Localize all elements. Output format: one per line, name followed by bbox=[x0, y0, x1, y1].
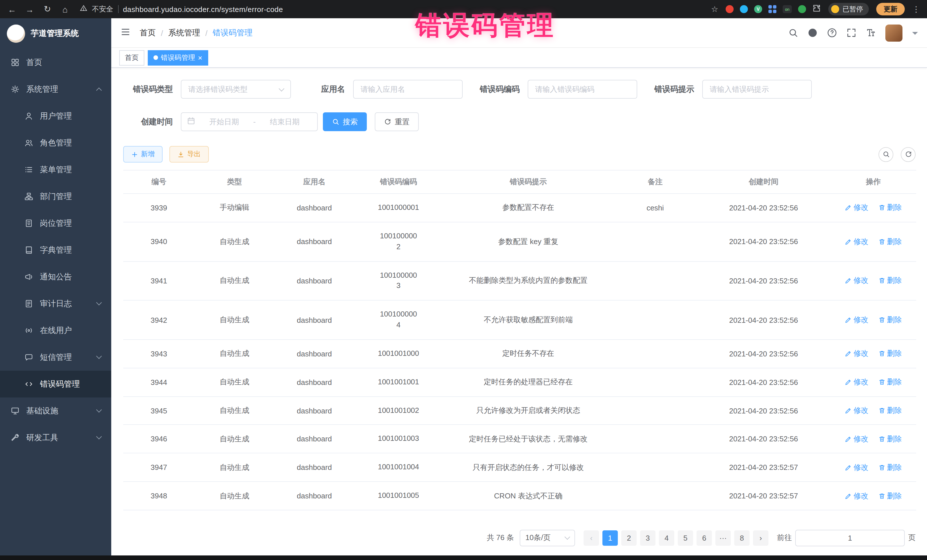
extension-grid-icon[interactable] bbox=[768, 5, 777, 13]
sidebar-item-roles[interactable]: 角色管理 bbox=[0, 129, 111, 156]
edit-link[interactable]: 修改 bbox=[845, 462, 868, 472]
sidebar-item-departments[interactable]: 部门管理 bbox=[0, 183, 111, 210]
sidebar-item-error-codes[interactable]: 错误码管理 bbox=[0, 371, 111, 398]
date-range-picker[interactable]: 开始日期 - 结束日期 bbox=[181, 112, 318, 131]
browser-menu-icon[interactable]: ⋮ bbox=[912, 5, 920, 14]
delete-link[interactable]: 删除 bbox=[878, 237, 902, 247]
page-button-5[interactable]: 5 bbox=[678, 530, 693, 546]
error-code-input[interactable] bbox=[528, 80, 637, 99]
more-pages-button[interactable]: ··· bbox=[715, 530, 731, 546]
delete-link[interactable]: 删除 bbox=[878, 434, 902, 444]
end-date-placeholder[interactable]: 结束日期 bbox=[258, 117, 312, 127]
toggle-search-button[interactable] bbox=[878, 147, 894, 162]
bookmark-star-icon[interactable]: ☆ bbox=[711, 5, 718, 14]
extension-icon-red[interactable] bbox=[726, 5, 734, 13]
breadcrumb-section[interactable]: 系统管理 bbox=[168, 28, 200, 38]
start-date-placeholder[interactable]: 开始日期 bbox=[198, 117, 251, 127]
back-icon[interactable]: ← bbox=[7, 4, 17, 14]
sidebar-item-menus[interactable]: 菜单管理 bbox=[0, 156, 111, 183]
sidebar-item-label: 菜单管理 bbox=[40, 164, 72, 175]
app-logo[interactable]: 芋道管理系统 bbox=[0, 18, 111, 49]
delete-link[interactable]: 删除 bbox=[878, 203, 902, 213]
delete-link[interactable]: 删除 bbox=[878, 462, 902, 472]
page-button-8[interactable]: 8 bbox=[734, 530, 749, 546]
browser-home-icon[interactable]: ⌂ bbox=[60, 4, 70, 14]
delete-link[interactable]: 删除 bbox=[878, 377, 902, 387]
page-button-3[interactable]: 3 bbox=[640, 530, 655, 546]
sidebar-item-dictionary[interactable]: 字典管理 bbox=[0, 237, 111, 264]
paused-badge[interactable]: 已暂停 bbox=[828, 3, 869, 15]
edit-link[interactable]: 修改 bbox=[845, 315, 868, 325]
delete-link[interactable]: 删除 bbox=[878, 315, 902, 325]
breadcrumb-home[interactable]: 首页 bbox=[140, 28, 156, 38]
caret-down-icon[interactable] bbox=[912, 32, 918, 37]
edit-link[interactable]: 修改 bbox=[845, 491, 868, 501]
page-button-2[interactable]: 2 bbox=[621, 530, 637, 546]
delete-link[interactable]: 删除 bbox=[878, 491, 902, 501]
sidebar-group-infrastructure[interactable]: 基础设施 bbox=[0, 398, 111, 424]
close-icon[interactable]: × bbox=[198, 54, 202, 61]
chevron-down-icon bbox=[97, 410, 101, 412]
chevron-down-icon bbox=[279, 85, 284, 91]
refresh-button[interactable] bbox=[901, 147, 916, 162]
edit-link[interactable]: 修改 bbox=[845, 434, 868, 444]
add-button[interactable]: 新增 bbox=[123, 146, 163, 162]
sidebar-item-audit-log[interactable]: 审计日志 bbox=[0, 290, 111, 317]
address-bar[interactable]: 不安全 dashboard.yudao.iocoder.cn/system/er… bbox=[80, 4, 283, 14]
delete-link[interactable]: 删除 bbox=[878, 405, 902, 416]
tag-error-codes[interactable]: 错误码管理 × bbox=[148, 50, 208, 65]
url-text[interactable]: dashboard.yudao.iocoder.cn/system/error-… bbox=[123, 5, 283, 14]
search-button[interactable]: 搜索 bbox=[323, 112, 367, 131]
error-type-select[interactable]: 请选择错误码类型 bbox=[181, 80, 291, 99]
edit-link[interactable]: 修改 bbox=[845, 237, 868, 247]
sidebar-item-label: 角色管理 bbox=[40, 138, 72, 148]
help-icon[interactable] bbox=[827, 28, 837, 38]
next-page-button[interactable]: › bbox=[753, 530, 768, 546]
update-button[interactable]: 更新 bbox=[876, 3, 905, 15]
error-hint-input[interactable] bbox=[702, 80, 812, 99]
edit-link[interactable]: 修改 bbox=[845, 276, 868, 286]
col-id: 编号 bbox=[123, 170, 195, 194]
app-name-input[interactable] bbox=[353, 80, 463, 99]
goto-page-input[interactable] bbox=[795, 530, 905, 546]
breadcrumb: 首页 / 系统管理 / 错误码管理 bbox=[140, 28, 253, 38]
page-size-select[interactable]: 10条/页 bbox=[520, 530, 575, 546]
tag-home[interactable]: 首页 bbox=[119, 50, 144, 65]
edit-link[interactable]: 修改 bbox=[845, 405, 868, 416]
reload-icon[interactable]: ↻ bbox=[42, 4, 53, 14]
vue-devtools-icon[interactable]: V bbox=[754, 5, 762, 13]
sidebar-item-users[interactable]: 用户管理 bbox=[0, 103, 111, 129]
search-icon[interactable] bbox=[789, 28, 798, 38]
font-size-icon[interactable] bbox=[866, 28, 876, 38]
avatar[interactable] bbox=[885, 24, 903, 41]
filter-label: 应用名 bbox=[308, 84, 345, 94]
page-button-4[interactable]: 4 bbox=[659, 530, 674, 546]
sidebar-item-online-users[interactable]: 在线用户 bbox=[0, 317, 111, 344]
chevron-down-icon bbox=[97, 303, 101, 305]
forward-icon[interactable]: → bbox=[24, 4, 35, 14]
reset-button[interactable]: 重置 bbox=[375, 112, 419, 131]
export-button[interactable]: 导出 bbox=[169, 146, 209, 162]
delete-link[interactable]: 删除 bbox=[878, 276, 902, 286]
extension-icon-dark[interactable]: on bbox=[783, 5, 792, 13]
sidebar-item-posts[interactable]: 岗位管理 bbox=[0, 210, 111, 237]
fullscreen-icon[interactable] bbox=[846, 28, 856, 38]
prev-page-button[interactable]: ‹ bbox=[584, 530, 599, 546]
extensions-puzzle-icon[interactable] bbox=[812, 4, 821, 15]
sidebar-item-home[interactable]: 首页 bbox=[0, 49, 111, 76]
github-icon[interactable] bbox=[808, 28, 818, 38]
sidebar-toggle-icon[interactable] bbox=[120, 27, 131, 38]
edit-link[interactable]: 修改 bbox=[845, 203, 868, 213]
sidebar-group-system[interactable]: 系统管理 bbox=[0, 76, 111, 103]
sidebar-group-devtools[interactable]: 研发工具 bbox=[0, 424, 111, 451]
extension-icon-blue[interactable] bbox=[740, 5, 748, 13]
sidebar-item-notices[interactable]: 通知公告 bbox=[0, 264, 111, 290]
edit-link[interactable]: 修改 bbox=[845, 349, 868, 359]
delete-link[interactable]: 删除 bbox=[878, 349, 902, 359]
page-button-1[interactable]: 1 bbox=[602, 530, 618, 546]
extension-icon-green[interactable] bbox=[798, 5, 806, 13]
sidebar-item-sms[interactable]: 短信管理 bbox=[0, 344, 111, 371]
tag-label: 首页 bbox=[125, 53, 138, 62]
page-button-6[interactable]: 6 bbox=[696, 530, 712, 546]
edit-link[interactable]: 修改 bbox=[845, 377, 868, 387]
